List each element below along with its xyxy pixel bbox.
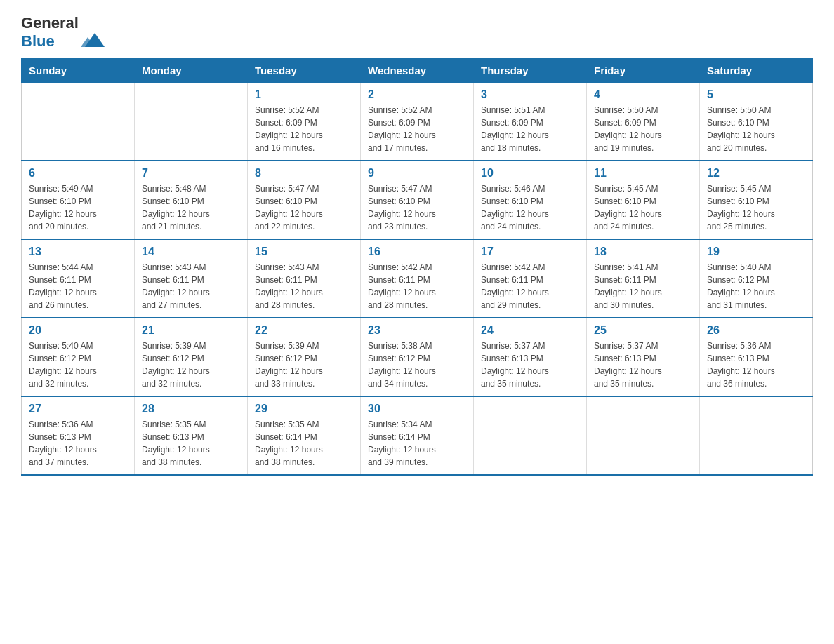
weekday-header-thursday: Thursday <box>474 58 587 82</box>
day-number: 27 <box>29 403 127 415</box>
day-number: 30 <box>368 403 466 415</box>
day-info: Sunrise: 5:42 AMSunset: 6:11 PMDaylight:… <box>481 261 579 311</box>
calendar-cell: 9Sunrise: 5:47 AMSunset: 6:10 PMDaylight… <box>361 161 474 239</box>
calendar-cell <box>587 396 700 475</box>
logo-text: GeneralBlue <box>21 14 79 51</box>
weekday-header-row: SundayMondayTuesdayWednesdayThursdayFrid… <box>22 58 813 82</box>
day-info: Sunrise: 5:40 AMSunset: 6:12 PMDaylight:… <box>707 261 805 311</box>
weekday-header-friday: Friday <box>587 58 700 82</box>
calendar-cell: 4Sunrise: 5:50 AMSunset: 6:09 PMDaylight… <box>587 82 700 161</box>
day-number: 20 <box>29 324 127 337</box>
calendar-week-row: 1Sunrise: 5:52 AMSunset: 6:09 PMDaylight… <box>22 82 813 161</box>
day-number: 3 <box>481 88 579 101</box>
day-info: Sunrise: 5:48 AMSunset: 6:10 PMDaylight:… <box>142 182 240 233</box>
day-info: Sunrise: 5:38 AMSunset: 6:12 PMDaylight:… <box>368 340 466 390</box>
day-info: Sunrise: 5:44 AMSunset: 6:11 PMDaylight:… <box>29 261 127 311</box>
calendar-cell: 10Sunrise: 5:46 AMSunset: 6:10 PMDayligh… <box>474 161 587 239</box>
day-info: Sunrise: 5:41 AMSunset: 6:11 PMDaylight:… <box>594 261 692 311</box>
day-number: 26 <box>707 324 805 337</box>
day-number: 9 <box>368 167 466 180</box>
calendar-cell <box>22 82 135 161</box>
day-info: Sunrise: 5:36 AMSunset: 6:13 PMDaylight:… <box>29 418 127 469</box>
day-info: Sunrise: 5:43 AMSunset: 6:11 PMDaylight:… <box>142 261 240 311</box>
day-number: 22 <box>255 324 353 337</box>
day-info: Sunrise: 5:52 AMSunset: 6:09 PMDaylight:… <box>255 104 353 154</box>
calendar-week-row: 20Sunrise: 5:40 AMSunset: 6:12 PMDayligh… <box>22 318 813 396</box>
calendar-cell <box>700 396 813 475</box>
day-info: Sunrise: 5:35 AMSunset: 6:14 PMDaylight:… <box>255 418 353 469</box>
calendar-cell: 30Sunrise: 5:34 AMSunset: 6:14 PMDayligh… <box>361 396 474 475</box>
day-number: 19 <box>707 246 805 258</box>
calendar-cell: 7Sunrise: 5:48 AMSunset: 6:10 PMDaylight… <box>135 161 248 239</box>
day-number: 25 <box>594 324 692 337</box>
calendar-cell: 24Sunrise: 5:37 AMSunset: 6:13 PMDayligh… <box>474 318 587 396</box>
day-info: Sunrise: 5:45 AMSunset: 6:10 PMDaylight:… <box>707 182 805 233</box>
day-number: 28 <box>142 403 240 415</box>
day-number: 15 <box>255 246 353 258</box>
day-number: 6 <box>29 167 127 180</box>
calendar-week-row: 6Sunrise: 5:49 AMSunset: 6:10 PMDaylight… <box>22 161 813 239</box>
calendar-cell: 5Sunrise: 5:50 AMSunset: 6:10 PMDaylight… <box>700 82 813 161</box>
day-info: Sunrise: 5:40 AMSunset: 6:12 PMDaylight:… <box>29 340 127 390</box>
day-number: 14 <box>142 246 240 258</box>
calendar-cell: 6Sunrise: 5:49 AMSunset: 6:10 PMDaylight… <box>22 161 135 239</box>
day-number: 4 <box>594 88 692 101</box>
day-number: 12 <box>707 167 805 180</box>
calendar-cell: 15Sunrise: 5:43 AMSunset: 6:11 PMDayligh… <box>248 239 361 318</box>
weekday-header-monday: Monday <box>135 58 248 82</box>
calendar-cell: 26Sunrise: 5:36 AMSunset: 6:13 PMDayligh… <box>700 318 813 396</box>
day-number: 1 <box>255 88 353 101</box>
calendar-cell: 14Sunrise: 5:43 AMSunset: 6:11 PMDayligh… <box>135 239 248 318</box>
day-number: 13 <box>29 246 127 258</box>
day-number: 24 <box>481 324 579 337</box>
day-info: Sunrise: 5:42 AMSunset: 6:11 PMDaylight:… <box>368 261 466 311</box>
weekday-header-tuesday: Tuesday <box>248 58 361 82</box>
calendar-cell: 18Sunrise: 5:41 AMSunset: 6:11 PMDayligh… <box>587 239 700 318</box>
weekday-header-saturday: Saturday <box>700 58 813 82</box>
day-info: Sunrise: 5:39 AMSunset: 6:12 PMDaylight:… <box>255 340 353 390</box>
page-header: GeneralBlue <box>21 14 813 51</box>
day-number: 29 <box>255 403 353 415</box>
day-number: 21 <box>142 324 240 337</box>
day-info: Sunrise: 5:36 AMSunset: 6:13 PMDaylight:… <box>707 340 805 390</box>
calendar-cell: 22Sunrise: 5:39 AMSunset: 6:12 PMDayligh… <box>248 318 361 396</box>
day-info: Sunrise: 5:34 AMSunset: 6:14 PMDaylight:… <box>368 418 466 469</box>
day-info: Sunrise: 5:52 AMSunset: 6:09 PMDaylight:… <box>368 104 466 154</box>
day-number: 18 <box>594 246 692 258</box>
calendar-cell: 1Sunrise: 5:52 AMSunset: 6:09 PMDaylight… <box>248 82 361 161</box>
calendar-cell: 27Sunrise: 5:36 AMSunset: 6:13 PMDayligh… <box>22 396 135 475</box>
day-info: Sunrise: 5:35 AMSunset: 6:13 PMDaylight:… <box>142 418 240 469</box>
day-number: 10 <box>481 167 579 180</box>
calendar-cell: 29Sunrise: 5:35 AMSunset: 6:14 PMDayligh… <box>248 396 361 475</box>
calendar-week-row: 27Sunrise: 5:36 AMSunset: 6:13 PMDayligh… <box>22 396 813 475</box>
logo-icon <box>81 27 105 51</box>
day-number: 23 <box>368 324 466 337</box>
day-info: Sunrise: 5:43 AMSunset: 6:11 PMDaylight:… <box>255 261 353 311</box>
day-info: Sunrise: 5:37 AMSunset: 6:13 PMDaylight:… <box>594 340 692 390</box>
calendar-cell: 20Sunrise: 5:40 AMSunset: 6:12 PMDayligh… <box>22 318 135 396</box>
calendar-week-row: 13Sunrise: 5:44 AMSunset: 6:11 PMDayligh… <box>22 239 813 318</box>
weekday-header-wednesday: Wednesday <box>361 58 474 82</box>
calendar-table: SundayMondayTuesdayWednesdayThursdayFrid… <box>21 58 813 476</box>
day-number: 16 <box>368 246 466 258</box>
logo: GeneralBlue <box>21 14 105 51</box>
day-info: Sunrise: 5:45 AMSunset: 6:10 PMDaylight:… <box>594 182 692 233</box>
calendar-cell: 3Sunrise: 5:51 AMSunset: 6:09 PMDaylight… <box>474 82 587 161</box>
calendar-cell: 25Sunrise: 5:37 AMSunset: 6:13 PMDayligh… <box>587 318 700 396</box>
day-info: Sunrise: 5:50 AMSunset: 6:10 PMDaylight:… <box>707 104 805 154</box>
calendar-cell: 2Sunrise: 5:52 AMSunset: 6:09 PMDaylight… <box>361 82 474 161</box>
calendar-cell: 19Sunrise: 5:40 AMSunset: 6:12 PMDayligh… <box>700 239 813 318</box>
day-info: Sunrise: 5:47 AMSunset: 6:10 PMDaylight:… <box>368 182 466 233</box>
calendar-cell: 8Sunrise: 5:47 AMSunset: 6:10 PMDaylight… <box>248 161 361 239</box>
calendar-cell <box>135 82 248 161</box>
day-info: Sunrise: 5:39 AMSunset: 6:12 PMDaylight:… <box>142 340 240 390</box>
day-info: Sunrise: 5:50 AMSunset: 6:09 PMDaylight:… <box>594 104 692 154</box>
calendar-cell: 12Sunrise: 5:45 AMSunset: 6:10 PMDayligh… <box>700 161 813 239</box>
calendar-cell: 11Sunrise: 5:45 AMSunset: 6:10 PMDayligh… <box>587 161 700 239</box>
calendar-cell: 13Sunrise: 5:44 AMSunset: 6:11 PMDayligh… <box>22 239 135 318</box>
day-info: Sunrise: 5:51 AMSunset: 6:09 PMDaylight:… <box>481 104 579 154</box>
day-info: Sunrise: 5:47 AMSunset: 6:10 PMDaylight:… <box>255 182 353 233</box>
day-number: 5 <box>707 88 805 101</box>
day-number: 11 <box>594 167 692 180</box>
weekday-header-sunday: Sunday <box>22 58 135 82</box>
